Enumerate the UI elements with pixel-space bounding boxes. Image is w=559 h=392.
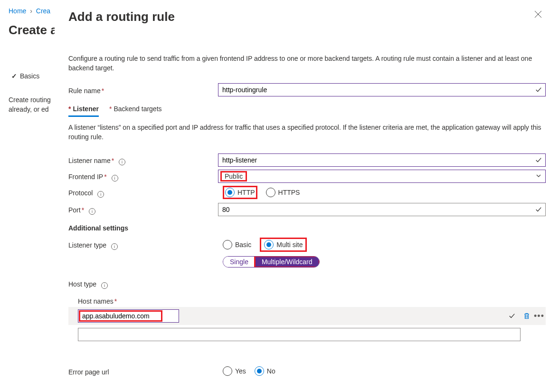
error-page-yes-label: Yes bbox=[235, 367, 246, 375]
protocol-https-radio[interactable]: HTTPS bbox=[266, 188, 300, 197]
info-icon[interactable]: i bbox=[89, 208, 95, 215]
info-icon[interactable]: i bbox=[112, 175, 118, 182]
listener-type-label-text: Listener type bbox=[68, 241, 106, 249]
error-page-url-label-text: Error page url bbox=[68, 368, 109, 376]
host-names-label: Host names* bbox=[78, 297, 546, 305]
listener-type-basic-radio[interactable]: Basic bbox=[223, 240, 251, 249]
host-type-label: Host type i bbox=[68, 278, 223, 289]
frontend-ip-label-text: Frontend IP bbox=[68, 173, 103, 181]
frontend-ip-value: Public bbox=[225, 172, 243, 180]
protocol-label: Protocol i bbox=[68, 187, 223, 198]
frontend-ip-label: Frontend IP* i bbox=[68, 171, 218, 182]
tab-backend-targets[interactable]: *Backend targets bbox=[109, 105, 162, 117]
chevron-down-icon bbox=[536, 172, 541, 180]
port-input[interactable] bbox=[218, 203, 546, 216]
page-title: Create a bbox=[9, 23, 57, 38]
close-button[interactable] bbox=[534, 10, 545, 21]
rule-name-label-text: Rule name bbox=[68, 87, 101, 95]
host-type-pill-group: Single Multiple/Wildcard bbox=[223, 256, 320, 268]
breadcrumb-home[interactable]: Home bbox=[9, 7, 26, 15]
radio-icon bbox=[264, 240, 274, 249]
breadcrumb: Home › Crea bbox=[9, 7, 50, 15]
step-basics-label: Basics bbox=[20, 72, 39, 80]
routing-rule-panel: Add a routing rule Configure a routing r… bbox=[55, 0, 559, 392]
protocol-http-label: HTTP bbox=[237, 189, 255, 196]
delete-hostname-button[interactable] bbox=[522, 311, 531, 321]
additional-settings-header: Additional settings bbox=[68, 224, 546, 232]
tab-backend-label: Backend targets bbox=[114, 105, 161, 113]
radio-icon bbox=[266, 188, 275, 197]
hostname-input[interactable] bbox=[78, 309, 179, 323]
rule-name-input[interactable] bbox=[218, 83, 546, 96]
more-button[interactable]: ••• bbox=[534, 311, 544, 321]
panel-description: Configure a routing rule to send traffic… bbox=[68, 54, 543, 73]
breadcrumb-item[interactable]: Crea bbox=[36, 7, 50, 15]
error-page-no-label: No bbox=[267, 367, 275, 375]
hostname-row: ••• bbox=[68, 307, 546, 325]
host-type-multiple[interactable]: Multiple/Wildcard bbox=[255, 257, 319, 267]
check-icon: ✓ bbox=[11, 72, 17, 80]
listener-name-label: Listener name* i bbox=[68, 155, 218, 165]
step-basics[interactable]: ✓ Basics bbox=[11, 72, 39, 80]
radio-icon bbox=[223, 240, 232, 249]
info-icon[interactable]: i bbox=[119, 159, 125, 165]
listener-name-input[interactable] bbox=[218, 153, 546, 167]
error-page-no-radio[interactable]: No bbox=[255, 366, 275, 376]
protocol-label-text: Protocol bbox=[68, 189, 93, 197]
listener-type-multisite-radio[interactable]: Multi site bbox=[264, 240, 303, 249]
protocol-http-radio[interactable]: HTTP bbox=[225, 188, 255, 197]
radio-icon bbox=[223, 366, 232, 376]
host-type-single[interactable]: Single bbox=[223, 257, 255, 267]
listener-desc: A listener “listens” on a specified port… bbox=[68, 123, 543, 142]
info-icon[interactable]: i bbox=[97, 191, 104, 198]
info-icon[interactable]: i bbox=[111, 243, 118, 250]
host-names-label-text: Host names bbox=[78, 297, 114, 305]
port-label: Port* i bbox=[68, 204, 218, 215]
port-label-text: Port bbox=[68, 206, 81, 214]
radio-icon bbox=[225, 188, 235, 197]
host-type-label-text: Host type bbox=[68, 280, 96, 288]
close-icon bbox=[534, 10, 542, 18]
listener-type-multi-label: Multi site bbox=[276, 241, 303, 249]
bg-desc-text: Create routing already, or ed bbox=[9, 95, 54, 114]
tab-listener[interactable]: *Listener bbox=[68, 105, 99, 117]
info-icon[interactable]: i bbox=[101, 282, 108, 289]
listener-name-label-text: Listener name bbox=[68, 157, 111, 164]
frontend-ip-select[interactable]: Public bbox=[218, 170, 546, 183]
check-icon bbox=[509, 313, 515, 319]
chevron-right-icon: › bbox=[30, 7, 32, 15]
error-page-yes-radio[interactable]: Yes bbox=[223, 366, 246, 376]
protocol-https-label: HTTPS bbox=[278, 189, 300, 196]
listener-type-label: Listener type i bbox=[68, 239, 223, 250]
radio-icon bbox=[255, 366, 264, 376]
error-page-url-label: Error page url bbox=[68, 366, 223, 376]
hostname-input-empty[interactable] bbox=[78, 328, 521, 341]
listener-type-basic-label: Basic bbox=[235, 241, 251, 249]
rule-name-label: Rule name* bbox=[68, 85, 218, 95]
tab-listener-label: Listener bbox=[73, 105, 98, 113]
panel-title: Add a routing rule bbox=[68, 10, 546, 24]
